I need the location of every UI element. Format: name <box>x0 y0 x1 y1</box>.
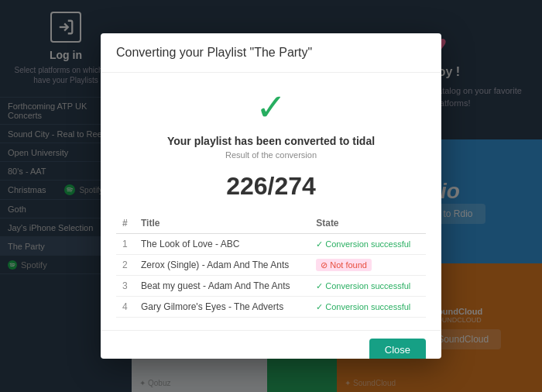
row-num: 1 <box>116 234 135 255</box>
row-state: ✓ Conversion successful <box>310 234 426 255</box>
table-row: 2 Zerox (Single) - Adam And The Ants ⊘ N… <box>116 255 426 276</box>
close-button[interactable]: Close <box>369 339 426 359</box>
conversion-modal: Converting your Playlist "The Party" ✓ Y… <box>101 33 441 359</box>
row-title: Beat my guest - Adam And The Ants <box>135 276 310 297</box>
status-success: ✓ Conversion successful <box>316 239 410 249</box>
col-num: # <box>116 213 135 234</box>
conversion-table: # Title State 1 The Look of Love - ABC ✓… <box>116 213 426 318</box>
row-title: Zerox (Single) - Adam And The Ants <box>135 255 310 276</box>
status-title: Your playlist has been converted to tida… <box>116 135 426 147</box>
modal-footer: Close <box>101 330 441 359</box>
row-title: The Look of Love - ABC <box>135 234 310 255</box>
table-header-row: # Title State <box>116 213 426 234</box>
status-sub: Result of the conversion <box>116 150 426 160</box>
conversion-status: ✓ Your playlist has been converted to ti… <box>116 85 426 160</box>
row-state: ✓ Conversion successful <box>310 297 426 318</box>
status-success: ✓ Conversion successful <box>316 281 410 291</box>
modal-title: Converting your Playlist "The Party" <box>116 46 426 60</box>
check-icon: ✓ <box>116 85 426 129</box>
row-state: ✓ Conversion successful <box>310 276 426 297</box>
row-state: ⊘ Not found <box>310 255 426 276</box>
col-state: State <box>310 213 426 234</box>
row-title: Gary Gilmore's Eyes - The Adverts <box>135 297 310 318</box>
status-not-found: ⊘ Not found <box>316 259 372 271</box>
table-row: 3 Beat my guest - Adam And The Ants ✓ Co… <box>116 276 426 297</box>
conversion-count: 226/274 <box>116 172 426 201</box>
row-num: 4 <box>116 297 135 318</box>
col-title: Title <box>135 213 310 234</box>
status-success: ✓ Conversion successful <box>316 302 410 311</box>
table-row: 4 Gary Gilmore's Eyes - The Adverts ✓ Co… <box>116 297 426 318</box>
table-row: 1 The Look of Love - ABC ✓ Conversion su… <box>116 234 426 255</box>
modal-body: ✓ Your playlist has been converted to ti… <box>101 73 441 330</box>
row-num: 3 <box>116 276 135 297</box>
row-num: 2 <box>116 255 135 276</box>
modal-header: Converting your Playlist "The Party" <box>101 33 441 73</box>
modal-overlay: Converting your Playlist "The Party" ✓ Y… <box>0 0 542 392</box>
